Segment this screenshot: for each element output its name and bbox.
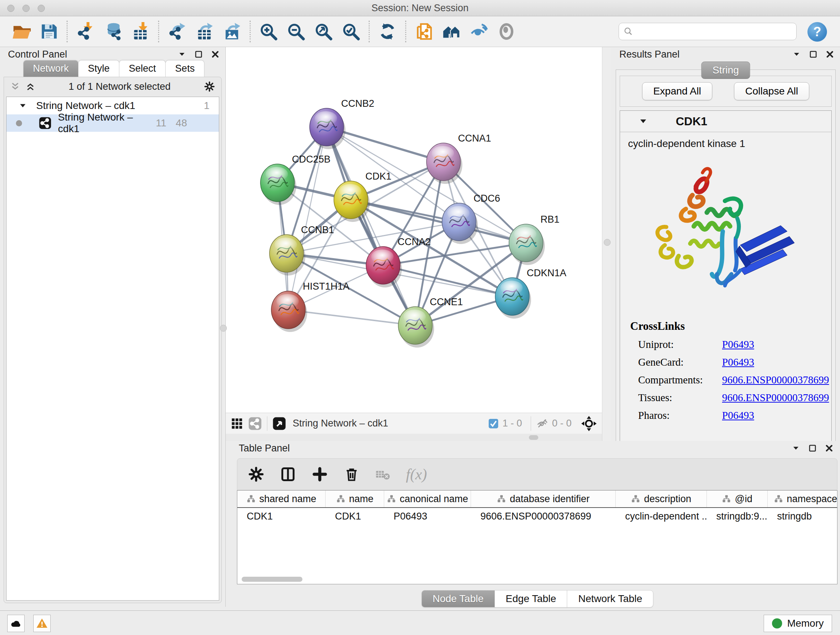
network-from-file-button[interactable] — [412, 19, 436, 43]
crosslink-link[interactable]: P06493 — [722, 356, 754, 368]
crosslink-label: Tissues: — [638, 392, 722, 404]
current-network-title: String Network – cdk1 — [293, 418, 388, 429]
column-header-name[interactable]: name — [325, 491, 384, 507]
splitter-handle[interactable] — [604, 239, 611, 246]
network-edge[interactable] — [327, 127, 415, 325]
warnings-button[interactable] — [33, 615, 51, 632]
close-panel-icon[interactable] — [825, 444, 834, 453]
tab-edge-table[interactable]: Edge Table — [494, 590, 568, 608]
tab-network[interactable]: Network — [23, 60, 79, 77]
zoom-selected-button[interactable] — [339, 19, 363, 43]
string-home-button[interactable] — [439, 19, 463, 43]
function-builder-icon[interactable]: f(x) — [406, 466, 427, 483]
import-database-icon — [103, 22, 122, 41]
node-details-header[interactable]: CDK1 — [620, 111, 831, 132]
memory-button[interactable]: Memory — [764, 615, 832, 632]
hide-unhide-button[interactable] — [467, 19, 491, 43]
column-header-namespace[interactable]: namespace — [767, 491, 837, 507]
search-box[interactable] — [619, 23, 797, 40]
import-table-button[interactable] — [128, 19, 152, 43]
canvas-table-splitter[interactable] — [226, 434, 602, 441]
network-row[interactable]: String Network – cdk1 11 48 — [6, 114, 219, 132]
zoom-out-icon — [286, 22, 305, 41]
open-session-button[interactable] — [9, 19, 33, 43]
hidden-eye-icon[interactable] — [536, 417, 548, 430]
network-node-CDK1[interactable]: CDK1 — [334, 171, 392, 222]
network-node-RB1[interactable]: RB1 — [509, 214, 560, 265]
import-database-button[interactable] — [101, 19, 125, 43]
network-node-CCNB1[interactable]: CCNB1 — [270, 225, 334, 276]
network-node-CDC6[interactable]: CDC6 — [442, 193, 500, 244]
panel-menu-icon[interactable] — [178, 50, 186, 59]
panel-menu-icon[interactable] — [792, 50, 801, 59]
network-edge[interactable] — [288, 310, 415, 325]
selected-checkbox-icon[interactable] — [488, 418, 499, 429]
grid-view-icon[interactable] — [231, 417, 243, 430]
column-header--id[interactable]: @id — [707, 491, 767, 507]
fit-selected-crosshair-icon[interactable] — [581, 416, 597, 432]
table-row[interactable]: CDK1CDK1P064939606.ENSP00000378699cyclin… — [237, 508, 837, 524]
show-columns-icon[interactable] — [280, 466, 296, 482]
table-hscrollbar[interactable] — [242, 577, 302, 582]
column-header-database-identifier[interactable]: database identifier — [471, 491, 616, 507]
crosslink-link[interactable]: 9606.ENSP00000378699 — [722, 374, 829, 386]
table-settings-gear-icon[interactable] — [248, 466, 264, 482]
zoom-in-button[interactable] — [256, 19, 280, 43]
network-node-CDKN1A[interactable]: CDKN1A — [495, 268, 567, 318]
entry-expander-icon[interactable] — [639, 117, 647, 126]
network-node-CCNA1[interactable]: CCNA1 — [426, 133, 491, 184]
zoom-fit-button[interactable] — [311, 19, 335, 43]
crosslink-link[interactable]: 9606.ENSP00000378699 — [722, 392, 829, 404]
network-options-gear-icon[interactable] — [204, 81, 215, 92]
tab-style[interactable]: Style — [78, 60, 119, 77]
close-panel-icon[interactable] — [211, 50, 219, 59]
float-panel-icon[interactable] — [808, 444, 817, 453]
column-header-description[interactable]: description — [616, 491, 707, 507]
tab-string[interactable]: String — [701, 62, 750, 79]
cloud-status-button[interactable] — [7, 615, 25, 632]
export-image-button[interactable] — [220, 19, 244, 43]
panel-menu-icon[interactable] — [791, 444, 800, 453]
float-panel-icon[interactable] — [809, 50, 818, 59]
tab-node-table[interactable]: Node Table — [422, 590, 495, 608]
help-button[interactable]: ? — [807, 22, 827, 42]
crosslink-label: Pharos: — [638, 409, 722, 421]
tab-network-table[interactable]: Network Table — [567, 590, 653, 608]
zoom-out-button[interactable] — [284, 19, 308, 43]
delete-table-icon[interactable] — [376, 467, 390, 481]
delete-column-icon[interactable] — [344, 466, 360, 482]
open-view-icon[interactable] — [272, 417, 286, 431]
import-network-button[interactable] — [73, 19, 97, 43]
network-node-HIST1H1A[interactable]: HIST1H1A — [271, 281, 349, 332]
column-header-shared-name[interactable]: shared name — [237, 491, 325, 507]
tab-sets[interactable]: Sets — [165, 60, 204, 77]
network-node-CCNA2[interactable]: CCNA2 — [366, 236, 431, 287]
close-panel-icon[interactable] — [826, 50, 834, 59]
birds-eye-view-icon[interactable] — [248, 417, 262, 431]
network-node-CCNB2[interactable]: CCNB2 — [309, 98, 374, 149]
save-session-button[interactable] — [37, 19, 61, 43]
grayscale-view-icon — [497, 22, 516, 41]
expand-all-icon[interactable] — [26, 82, 35, 91]
node-label: CDKN1A — [527, 268, 567, 279]
tab-select[interactable]: Select — [119, 60, 166, 77]
export-table-button[interactable] — [193, 19, 216, 43]
collection-expander-icon[interactable] — [19, 102, 27, 110]
collapse-all-button[interactable]: Collapse All — [734, 82, 809, 100]
grayscale-view-button[interactable] — [494, 19, 518, 43]
crosslink-link[interactable]: P06493 — [722, 339, 754, 350]
refresh-network-button[interactable] — [376, 19, 399, 43]
collapse-all-icon[interactable] — [11, 82, 20, 91]
network-node-CCNE1[interactable]: CCNE1 — [398, 296, 463, 348]
search-input[interactable] — [636, 24, 796, 39]
splitter-handle[interactable] — [529, 435, 538, 440]
float-panel-icon[interactable] — [194, 50, 203, 59]
network-view-canvas[interactable]: CCNB2 CCNA1 CDC25B CDK1 — [226, 47, 602, 413]
canvas-results-splitter[interactable] — [602, 47, 612, 441]
control-canvas-splitter-handle[interactable] — [220, 325, 227, 332]
export-network-button[interactable] — [165, 19, 189, 43]
crosslink-link[interactable]: P06493 — [722, 409, 754, 421]
column-header-canonical-name[interactable]: canonical name — [384, 491, 471, 507]
add-column-icon[interactable] — [312, 466, 328, 482]
expand-all-button[interactable]: Expand All — [642, 82, 712, 100]
